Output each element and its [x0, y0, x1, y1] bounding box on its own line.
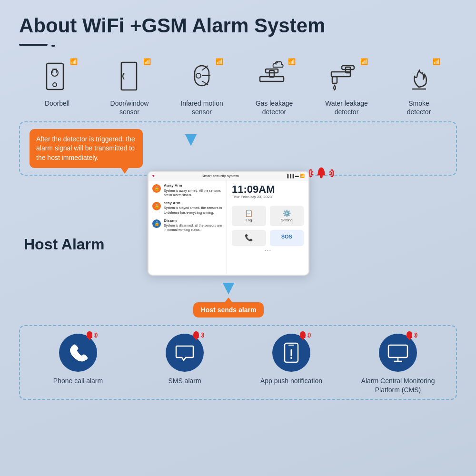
door-window-label: Door/windowsensor	[110, 99, 149, 116]
host-alarm-label: Host Alarm	[24, 235, 119, 253]
method-sms: SMS alarm	[137, 334, 232, 385]
svg-point-1	[53, 83, 57, 87]
away-arm-icon: 🔒	[152, 184, 161, 193]
call-button[interactable]: 📞	[232, 230, 266, 246]
door-window-icon-wrap: 📶	[108, 57, 151, 95]
infrared-svg	[184, 59, 220, 94]
svg-point-23	[196, 339, 197, 340]
menu-disarm[interactable]: 🔓 Disarm System is disarmed. all the sen…	[152, 218, 223, 232]
underline-main	[19, 44, 48, 46]
method-cms: Alarm Central MonitoringPlatform (CMS)	[350, 334, 446, 394]
doorbell-wifi: 📶	[70, 58, 78, 65]
svg-rect-3	[121, 62, 137, 90]
down-arrow-1: ▼	[181, 129, 201, 149]
screen-logo: ♥	[152, 174, 155, 178]
method-app: App push notification	[244, 334, 339, 385]
gas-label: Gas leakagedetector	[256, 99, 293, 116]
smoke-icon-wrap: 📶	[397, 57, 440, 95]
app-icon-container	[272, 334, 310, 372]
screen-date: Thur February 23, 2023	[232, 195, 304, 199]
doorbell-icon-wrap: 📶	[36, 57, 79, 95]
app-svg	[282, 342, 300, 363]
svg-rect-30	[388, 345, 407, 357]
cms-icon-container	[379, 334, 417, 372]
menu-away-arm[interactable]: 🔒 Away Arm System is away armed. All the…	[152, 183, 223, 197]
sms-bell-badge	[192, 330, 208, 340]
cms-label: Alarm Central MonitoringPlatform (CMS)	[361, 377, 435, 394]
sms-icon-container	[166, 334, 204, 372]
infrared-wifi: 📶	[216, 58, 223, 65]
setting-button[interactable]: ⚙️ Setting	[270, 206, 304, 226]
cms-svg	[387, 343, 409, 362]
cms-bell-badge	[406, 330, 421, 340]
water-wifi: 📶	[360, 58, 368, 65]
svg-point-19	[320, 176, 323, 178]
phone-bell-badge	[86, 330, 101, 340]
device-gas: 📶 Gas leakagedetector	[241, 57, 307, 116]
device-screen: ♥ Smart security system ▐▐▐ ▬ 📶 🔒 Away A…	[148, 171, 309, 276]
device-doorbell: 📶 Doorbell	[24, 57, 90, 108]
svg-point-21	[89, 339, 90, 340]
svg-point-6	[196, 73, 201, 78]
page: About WiFi +GSM Alarm System 📶 Doorbell	[0, 0, 476, 476]
screen-right-panel: 11:09AM Thur February 23, 2023 📋 Log ⚙️ …	[227, 180, 308, 274]
sms-label: SMS alarm	[168, 377, 201, 385]
smoke-svg	[401, 59, 437, 94]
screen-time: 11:09AM	[232, 184, 304, 195]
screen-app-name: Smart security system	[201, 174, 239, 178]
alarm-bell-top	[309, 164, 338, 183]
trigger-section: After the detector is triggered, the ala…	[19, 121, 457, 176]
gas-wifi: 📶	[288, 58, 296, 65]
door-window-svg	[112, 59, 148, 94]
gas-svg	[255, 59, 293, 94]
device-smoke: 📶 Smokedetector	[386, 57, 452, 116]
water-svg	[327, 59, 366, 94]
svg-rect-16	[332, 77, 337, 83]
screen-buttons: 📋 Log ⚙️ Setting 📞 SOS	[232, 206, 304, 246]
screen-left-panel: 🔒 Away Arm System is away armed. All the…	[149, 180, 227, 274]
stay-arm-icon: 🔒	[152, 202, 161, 210]
screen-mockup-wrap: ♥ Smart security system ▐▐▐ ▬ 📶 🔒 Away A…	[148, 171, 309, 317]
svg-point-29	[302, 339, 304, 340]
screen-top-bar: ♥ Smart security system ▐▐▐ ▬ 📶	[149, 172, 308, 180]
devices-row: 📶 Doorbell 📶 Door/windowsensor	[19, 57, 457, 116]
water-label: Water leakagedetector	[325, 99, 368, 116]
infrared-icon-wrap: 📶	[180, 57, 223, 95]
alarm-methods-section: Phone call alarm	[19, 325, 457, 399]
sos-button[interactable]: SOS	[270, 230, 304, 246]
app-label: App push notification	[260, 377, 322, 385]
phone-icon-container	[59, 334, 97, 372]
screen-status: ▐▐▐ ▬ 📶	[286, 174, 305, 178]
water-icon-wrap: 📶	[325, 57, 368, 95]
page-title: About WiFi +GSM Alarm System	[19, 14, 457, 49]
screen-body: 🔒 Away Arm System is away armed. All the…	[149, 180, 308, 274]
trigger-speech-bubble: After the detector is triggered, the ala…	[30, 129, 143, 169]
doorbell-label: Doorbell	[45, 99, 69, 108]
log-button[interactable]: 📋 Log	[232, 206, 266, 226]
app-bell-badge	[299, 330, 314, 340]
svg-point-27	[290, 357, 292, 359]
phone-svg	[68, 342, 89, 363]
svg-point-2	[51, 69, 58, 76]
host-sends-bubble: Host sends alarm	[193, 302, 264, 317]
down-arrow-2: ▼	[218, 278, 238, 298]
door-wifi: 📶	[143, 58, 151, 65]
menu-stay-arm[interactable]: 🔒 Stay Arm System is stayed armed. the s…	[152, 201, 223, 215]
svg-point-34	[409, 339, 410, 340]
phone-label: Phone call alarm	[53, 377, 103, 385]
alarm-methods-row: Phone call alarm	[25, 334, 451, 394]
disarm-icon: 🔓	[152, 219, 161, 228]
host-alarm-section: Host Alarm	[24, 235, 119, 253]
underline-dot	[51, 45, 55, 47]
method-phone: Phone call alarm	[30, 334, 126, 385]
smoke-wifi: 📶	[433, 58, 440, 65]
screen-dots: • • •	[232, 248, 304, 252]
device-infrared: 📶 Infared motionsensor	[169, 57, 235, 116]
gas-icon-wrap: 📶	[253, 57, 296, 95]
device-door-window: 📶 Door/windowsensor	[96, 57, 163, 116]
infrared-label: Infared motionsensor	[180, 99, 223, 116]
device-water: 📶 Water leakagedetector	[313, 57, 380, 116]
smoke-label: Smokedetector	[407, 99, 431, 116]
sms-svg	[174, 342, 195, 363]
